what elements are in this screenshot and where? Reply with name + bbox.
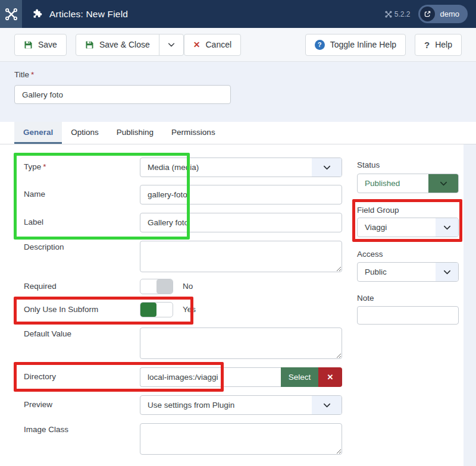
description-label: Description xyxy=(24,243,64,251)
demo-user-button[interactable]: demo xyxy=(418,5,468,23)
subform-label: Only Use In Subform xyxy=(24,305,98,314)
chevron-down-icon xyxy=(436,263,458,281)
close-icon: ✕ xyxy=(193,40,201,49)
tab-bar: General Options Publishing Permissions xyxy=(0,122,476,144)
field-group-select[interactable]: Viaggi xyxy=(357,218,459,237)
label-label: Label xyxy=(24,218,43,226)
access-label: Access xyxy=(357,250,383,259)
image-class-textarea[interactable] xyxy=(140,423,342,455)
chevron-down-icon xyxy=(167,40,176,49)
save-close-label: Save & Close xyxy=(99,40,150,49)
preview-select[interactable]: Use settings from Plugin xyxy=(140,395,342,415)
label-input[interactable] xyxy=(140,213,342,232)
app-header: Articles: New Field 5.2.2 demo xyxy=(0,0,476,28)
image-class-label: Image Class xyxy=(24,425,68,434)
field-group-label: Field Group xyxy=(357,206,399,215)
note-input[interactable] xyxy=(357,306,459,325)
chevron-down-icon xyxy=(428,174,458,193)
version-badge: 5.2.2 xyxy=(385,10,411,18)
directory-input[interactable] xyxy=(140,367,281,387)
directory-field-group: Select ✕ xyxy=(140,367,342,387)
external-link-icon xyxy=(420,7,435,21)
required-star: * xyxy=(31,70,34,79)
title-section: Title* xyxy=(0,62,476,122)
save-close-button[interactable]: Save & Close xyxy=(76,34,159,56)
required-toggle[interactable] xyxy=(140,279,173,294)
note-label: Note xyxy=(357,294,374,303)
chevron-down-icon xyxy=(436,218,458,237)
question-circle-icon: ? xyxy=(315,40,325,50)
tab-general[interactable]: General xyxy=(14,122,62,144)
status-select-value: Published xyxy=(358,174,428,193)
save-icon xyxy=(85,40,94,49)
status-label: Status xyxy=(357,160,380,169)
save-options-dropdown-button[interactable] xyxy=(159,34,184,56)
chevron-down-icon xyxy=(312,158,342,177)
save-icon xyxy=(24,40,33,49)
toolbar: Save Save & Close ✕ Cancel ? Toggle Inli… xyxy=(0,28,476,62)
save-label: Save xyxy=(38,40,57,49)
demo-label: demo xyxy=(440,10,459,18)
required-star: * xyxy=(43,162,46,171)
version-text: 5.2.2 xyxy=(394,10,411,18)
toggle-inline-help-button[interactable]: ? Toggle Inline Help xyxy=(305,34,406,56)
default-value-textarea[interactable] xyxy=(140,328,342,359)
toggle-inline-help-label: Toggle Inline Help xyxy=(330,40,396,49)
preview-select-value: Use settings from Plugin xyxy=(140,396,312,414)
access-select-value: Public xyxy=(358,263,436,281)
puzzle-icon xyxy=(32,8,43,20)
name-input[interactable] xyxy=(140,185,342,204)
tab-options[interactable]: Options xyxy=(62,122,108,144)
required-state: No xyxy=(183,282,193,291)
scrollbar-gutter xyxy=(464,144,476,466)
cancel-label: Cancel xyxy=(205,40,231,49)
joomla-mini-icon xyxy=(385,11,392,18)
save-button[interactable]: Save xyxy=(14,34,67,56)
joomla-logo[interactable] xyxy=(0,0,22,28)
type-label: Type* xyxy=(24,162,46,171)
page-title: Articles: New Field xyxy=(49,9,128,20)
tab-publishing[interactable]: Publishing xyxy=(108,122,162,144)
title-input[interactable] xyxy=(14,85,231,104)
question-icon: ? xyxy=(424,40,430,50)
directory-select-button[interactable]: Select xyxy=(281,367,318,387)
status-select[interactable]: Published xyxy=(357,174,459,193)
form-panel: General Options Publishing Permissions T… xyxy=(0,122,476,466)
name-label: Name xyxy=(24,190,45,199)
type-select-value: Media (media) xyxy=(140,158,312,177)
chevron-down-icon xyxy=(312,396,342,414)
title-label: Title* xyxy=(14,70,462,79)
subform-toggle[interactable] xyxy=(140,302,173,317)
description-textarea[interactable] xyxy=(140,241,342,272)
field-group-select-value: Viaggi xyxy=(358,218,436,237)
tab-permissions[interactable]: Permissions xyxy=(162,122,224,144)
save-close-split-button: Save & Close xyxy=(76,34,184,56)
directory-clear-button[interactable]: ✕ xyxy=(318,367,342,387)
help-button[interactable]: ? Help xyxy=(415,34,462,56)
required-label: Required xyxy=(24,282,57,291)
type-select[interactable]: Media (media) xyxy=(140,158,342,177)
directory-label: Directory xyxy=(24,372,56,381)
help-label: Help xyxy=(435,40,452,49)
joomla-logo-icon xyxy=(5,8,18,21)
default-value-label: Default Value xyxy=(24,329,71,338)
preview-label: Preview xyxy=(24,400,52,409)
close-icon: ✕ xyxy=(327,373,334,382)
subform-state: Yes xyxy=(183,305,196,314)
access-select[interactable]: Public xyxy=(357,262,459,282)
cancel-button[interactable]: ✕ Cancel xyxy=(184,34,241,56)
